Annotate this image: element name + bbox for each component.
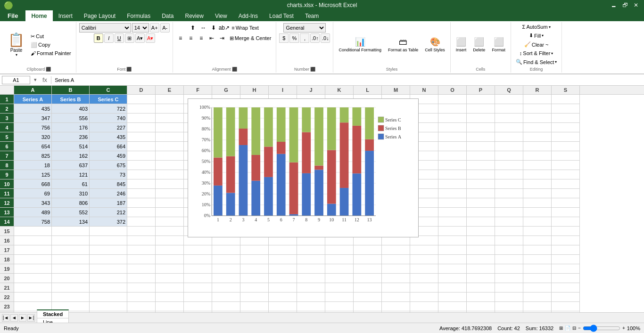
cell-19-N[interactable] [410,264,438,274]
cell-17-J[interactable] [297,245,325,255]
cell-19-K[interactable] [325,264,354,274]
cell-18-N[interactable] [410,255,438,264]
cell-4-D[interactable] [127,123,156,132]
cell-10-P[interactable] [467,179,495,189]
row-number-11[interactable]: 11 [0,189,14,198]
cell-3-A[interactable]: 347 [14,114,52,123]
cell-12-O[interactable] [438,198,467,208]
cell-2-D[interactable] [127,104,156,114]
first-sheet-button[interactable]: |◄ [2,314,9,322]
cell-7-D[interactable] [127,151,156,161]
cell-23-I[interactable] [269,302,297,311]
cell-20-G[interactable] [212,274,240,283]
cell-5-D[interactable] [127,132,156,142]
row-number-6[interactable]: 6 [0,142,14,151]
row-number-15[interactable]: 15 [0,227,14,236]
row-number-4[interactable]: 4 [0,123,14,132]
cell-11-P[interactable] [467,189,495,198]
cell-21-I[interactable] [269,283,297,292]
cell-22-J[interactable] [297,292,325,302]
col-header-E[interactable]: E [156,86,184,94]
cell-7-E[interactable] [156,151,184,161]
cell-4-E[interactable] [156,123,184,132]
italic-button[interactable]: I [104,33,114,43]
cell-9-E[interactable] [156,170,184,179]
col-header-C[interactable]: C [90,86,127,94]
cell-5-A[interactable]: 320 [14,132,52,142]
cell-14-P[interactable] [467,217,495,227]
cell-2-E[interactable] [156,104,184,114]
cell-22-G[interactable] [212,292,240,302]
cell-5-E[interactable] [156,132,184,142]
col-header-G[interactable]: G [212,86,240,94]
cell-16-J[interactable] [297,236,325,245]
cell-16-G[interactable] [212,236,240,245]
cell-18-S[interactable] [552,255,580,264]
row-number-10[interactable]: 10 [0,179,14,189]
ribbon-tab-data[interactable]: Data [156,10,179,21]
cell-7-B[interactable]: 162 [52,151,90,161]
cell-18-D[interactable] [127,255,156,264]
cell-21-S[interactable] [552,283,580,292]
cell-17-I[interactable] [269,245,297,255]
row-number-17[interactable]: 17 [0,245,14,255]
cell-19-H[interactable] [240,264,269,274]
cell-20-F[interactable] [184,274,212,283]
cell-15-B[interactable] [52,227,90,236]
cell-18-M[interactable] [382,255,410,264]
cell-4-C[interactable]: 227 [90,123,127,132]
cell-10-O[interactable] [438,179,467,189]
cell-14-A[interactable]: 758 [14,217,52,227]
cell-16-Q[interactable] [495,236,523,245]
cell-2-O[interactable] [438,104,467,114]
cell-2-R[interactable] [523,104,552,114]
align-center-button[interactable]: ≡ [186,33,196,43]
cell-18-R[interactable] [523,255,552,264]
cell-17-O[interactable] [438,245,467,255]
cell-11-C[interactable]: 246 [90,189,127,198]
cell-11-A[interactable]: 69 [14,189,52,198]
cell-13-Q[interactable] [495,208,523,217]
cell-2-C[interactable]: 722 [90,104,127,114]
cell-15-E[interactable] [156,227,184,236]
cell-19-C[interactable] [90,264,127,274]
row-number-2[interactable]: 2 [0,104,14,114]
cell-18-A[interactable] [14,255,52,264]
cell-17-P[interactable] [467,245,495,255]
cell-16-F[interactable] [184,236,212,245]
cell-23-J[interactable] [297,302,325,311]
cell-19-Q[interactable] [495,264,523,274]
row-number-23[interactable]: 23 [0,302,14,311]
cell-11-Q[interactable] [495,189,523,198]
cell-17-C[interactable] [90,245,127,255]
cell-reference-input[interactable] [2,76,30,84]
cell-1-A[interactable]: Series A [14,95,52,104]
zoom-slider[interactable] [583,325,620,325]
cell-22-A[interactable] [14,292,52,302]
cell-10-S[interactable] [552,179,580,189]
clipboard-expand-icon[interactable]: ⬛ [46,67,51,72]
cell-6-S[interactable] [552,142,580,151]
align-left-button[interactable]: ≡ [176,33,185,43]
cell-16-D[interactable] [127,236,156,245]
cell-6-A[interactable]: 654 [14,142,52,151]
col-header-N[interactable]: N [410,86,438,94]
cell-3-P[interactable] [467,114,495,123]
cell-9-P[interactable] [467,170,495,179]
cell-16-P[interactable] [467,236,495,245]
cell-21-B[interactable] [52,283,90,292]
cell-19-G[interactable] [212,264,240,274]
cell-8-P[interactable] [467,161,495,170]
cell-13-S[interactable] [552,208,580,217]
cell-6-D[interactable] [127,142,156,151]
cell-12-B[interactable]: 806 [52,198,90,208]
cell-19-I[interactable] [269,264,297,274]
cell-21-P[interactable] [467,283,495,292]
close-button[interactable]: ✕ [632,2,640,8]
cell-20-H[interactable] [240,274,269,283]
cell-16-C[interactable] [90,236,127,245]
cell-22-L[interactable] [354,292,382,302]
cell-20-P[interactable] [467,274,495,283]
col-header-B[interactable]: B [52,86,90,94]
cell-19-B[interactable] [52,264,90,274]
